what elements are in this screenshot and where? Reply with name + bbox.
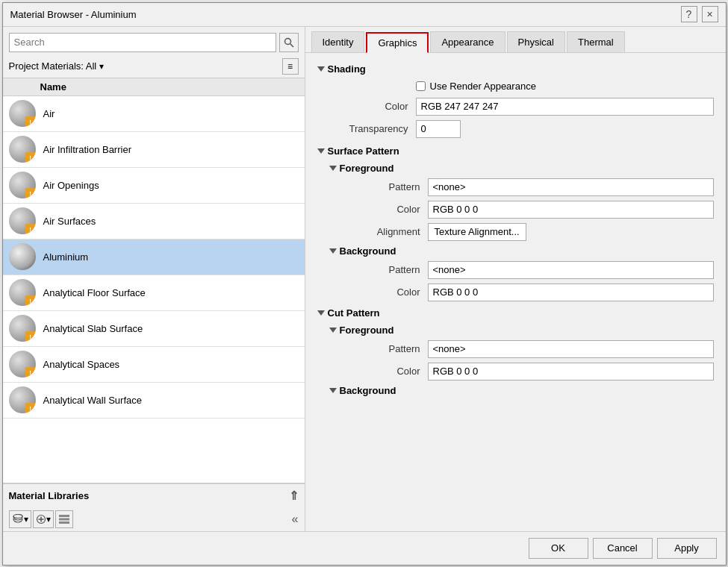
shading-section-header: Shading [317,63,714,75]
main-content: Project Materials: All ▾ ≡ Name ! Air [3,27,726,531]
add-library-icon [36,514,46,524]
material-name: Air Infiltration Barrier [43,144,131,155]
material-browser-dialog: Material Browser - Aluminium ? × [2,2,727,566]
use-render-appearance-label: Use Render Appearance [430,81,536,92]
cut-fg-pattern-label: Pattern [338,343,428,354]
cut-pattern-collapse-icon[interactable] [317,310,325,316]
tab-content-graphics: Shading Use Render Appearance Color Tran… [305,53,726,531]
cut-fg-color-input[interactable] [428,363,714,380]
right-panel: Identity Graphics Appearance Physical Th… [305,27,726,531]
cut-foreground-header: Foreground [329,325,714,336]
cut-background-subsection: Background [329,385,714,396]
libraries-header: Material Libraries ⇑ [3,484,305,507]
color-label: Color [326,101,416,112]
ok-button[interactable]: OK [529,538,588,559]
list-item[interactable]: ! Analytical Slab Surface [3,311,305,347]
cut-fg-color-row: Color [329,363,714,380]
use-render-appearance-row: Use Render Appearance [317,81,714,92]
surface-pattern-collapse-icon[interactable] [317,148,325,154]
material-badge: ! [25,224,36,234]
fg-color-input[interactable] [428,201,714,219]
fg-pattern-row: Pattern [329,178,714,196]
cut-bg-collapse-icon[interactable] [329,388,337,393]
apply-button[interactable]: Apply [657,538,717,559]
material-thumbnail [9,243,36,270]
bg-pattern-input[interactable] [428,261,714,279]
bg-pattern-label: Pattern [338,264,428,275]
name-column-header: Name [3,78,305,96]
cancel-button[interactable]: Cancel [593,538,653,559]
fg-alignment-row: Alignment Texture Alignment... [329,223,714,241]
cut-fg-pattern-input[interactable] [428,340,714,358]
title-bar-buttons: ? × [681,6,718,22]
background-collapse-icon[interactable] [329,248,337,254]
bg-pattern-row: Pattern [329,261,714,279]
materials-header: Project Materials: All ▾ ≡ [3,55,305,78]
library-add-button[interactable]: ▾ [33,510,54,528]
database-icon [12,514,24,524]
bg-color-input[interactable] [428,284,714,301]
search-input[interactable] [9,33,276,52]
foreground-label: Foreground [340,163,394,174]
surface-pattern-label: Surface Pattern [328,145,399,157]
material-name: Analytical Floor Surface [43,287,146,298]
material-name: Analytical Spaces [43,359,120,370]
fg-alignment-button[interactable]: Texture Alignment... [428,223,526,241]
list-item[interactable]: ! Air [3,96,305,132]
cut-foreground-label: Foreground [340,325,394,336]
search-button[interactable] [279,33,299,52]
material-badge: ! [25,331,36,342]
material-badge: ! [25,152,36,163]
color-input[interactable] [416,98,714,116]
material-name: Air Openings [43,180,99,191]
view-toggle-button[interactable]: ≡ [282,58,299,75]
shading-collapse-icon[interactable] [317,66,325,72]
list-item[interactable]: ! Analytical Wall Surface [3,383,305,419]
library-list-button[interactable] [55,510,73,528]
list-item[interactable]: ! Analytical Floor Surface [3,275,305,311]
list-item[interactable]: ! Analytical Spaces [3,347,305,383]
material-badge: ! [25,403,36,413]
list-item[interactable]: ! Air Infiltration Barrier [3,132,305,168]
list-item[interactable]: ! Air Surfaces [3,204,305,239]
close-button[interactable]: × [702,6,718,22]
transparency-label: Transparency [326,123,416,134]
foreground-header: Foreground [329,163,714,174]
svg-point-0 [284,38,290,44]
material-thumbnail: ! [9,315,36,342]
material-thumbnail: ! [9,172,36,198]
tab-physical[interactable]: Physical [507,31,565,52]
svg-rect-8 [59,521,69,524]
materials-filter-label: Project Materials: All [9,60,97,72]
use-render-appearance-checkbox[interactable] [416,81,426,91]
foreground-collapse-icon[interactable] [329,166,337,171]
libraries-collapse-button[interactable]: ⇑ [289,489,299,503]
svg-rect-6 [59,515,69,517]
material-name: Analytical Wall Surface [43,395,142,406]
cut-background-header: Background [329,385,714,396]
material-name: Aluminium [43,251,89,263]
list-item[interactable]: ! Air Openings [3,168,305,204]
background-label: Background [340,245,396,257]
bg-color-row: Color [329,284,714,301]
library-collapse-left-button[interactable]: « [292,513,299,526]
transparency-input[interactable] [416,120,461,138]
title-bar: Material Browser - Aluminium ? × [3,3,726,27]
cut-fg-color-label: Color [338,366,428,377]
fg-pattern-input[interactable] [428,178,714,196]
shading-label: Shading [328,63,366,75]
svg-point-2 [13,514,22,518]
tab-thermal[interactable]: Thermal [567,31,625,52]
cut-fg-collapse-icon[interactable] [329,328,337,333]
tab-identity[interactable]: Identity [311,31,365,52]
fg-alignment-label: Alignment [338,226,428,237]
cut-fg-pattern-row: Pattern [329,340,714,358]
tab-graphics[interactable]: Graphics [366,32,429,53]
tab-appearance[interactable]: Appearance [430,31,505,52]
help-button[interactable]: ? [681,6,697,22]
material-name: Air [43,108,55,119]
filter-icon[interactable]: ▾ [99,61,104,72]
material-thumbnail: ! [9,207,36,234]
library-manage-button[interactable]: ▾ [9,510,31,528]
list-item[interactable]: Aluminium [3,239,305,275]
